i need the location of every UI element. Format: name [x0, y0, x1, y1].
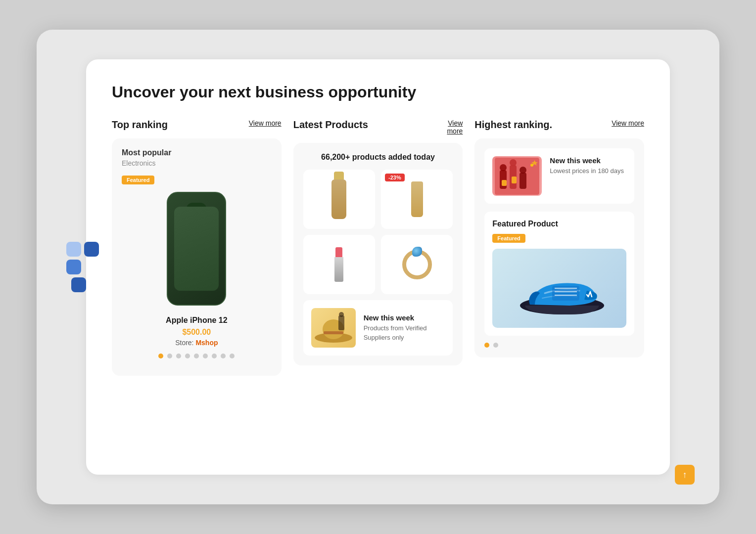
- hr-new-week-item[interactable]: New this week Lowest prices in 180 days: [484, 148, 634, 204]
- svg-point-9: [510, 159, 517, 166]
- ring-gem: [412, 247, 422, 257]
- iphone-image: [167, 192, 226, 306]
- highest-ranking-view-more[interactable]: View more: [612, 119, 644, 127]
- products-count: 66,200+ products added today: [303, 153, 453, 162]
- product-name: Apple iPhone 12: [122, 316, 272, 325]
- latest-products-card: 66,200+ products added today -23%: [293, 143, 463, 365]
- product-price: $500.00: [122, 328, 272, 337]
- hr-new-week-text: New this week Lowest prices in 180 days: [550, 156, 624, 176]
- outer-frame: Uncover your next business opportunity T…: [37, 30, 719, 504]
- bottle-shape-1: [331, 179, 346, 219]
- featured-product-image: [492, 249, 626, 328]
- hr-new-week-desc: Lowest prices in 180 days: [550, 167, 624, 176]
- scroll-up-button[interactable]: ↑: [675, 465, 695, 485]
- top-ranking-section: Top ranking View more Most popular Elect…: [112, 119, 282, 376]
- featured-product-title: Featured Product: [492, 220, 626, 228]
- main-card: Uncover your next business opportunity T…: [86, 59, 670, 475]
- product-cell-ring[interactable]: [381, 235, 453, 294]
- ring-shape: [402, 250, 432, 279]
- store-label: Store:: [175, 339, 193, 347]
- logo-square-3: [66, 260, 81, 274]
- top-ranking-title: Top ranking: [112, 119, 168, 131]
- product-store: Store: Mshop: [122, 339, 272, 347]
- highest-ranking-title: Highest ranking.: [474, 119, 552, 131]
- highest-ranking-section: Highest ranking. View more: [474, 119, 644, 376]
- dot-8[interactable]: [221, 354, 226, 358]
- dot-7[interactable]: [212, 354, 217, 358]
- page-title: Uncover your next business opportunity: [112, 83, 644, 101]
- featured-product-badge: Featured: [492, 234, 525, 243]
- featured-product-card[interactable]: Featured Product Featured: [484, 212, 634, 336]
- svg-rect-12: [502, 180, 507, 186]
- latest-products-view-more[interactable]: View more: [447, 119, 463, 135]
- lipstick-tip: [335, 247, 342, 257]
- shopping-svg: [495, 158, 539, 195]
- logo-square-1: [66, 242, 81, 257]
- dot-5[interactable]: [194, 354, 199, 358]
- lipstick-shape: [334, 247, 343, 282]
- hr-new-week-title: New this week: [550, 156, 624, 165]
- new-week-desc: Products from Verified Suppliers only: [364, 324, 445, 342]
- new-this-week-card[interactable]: New this week Products from Verified Sup…: [303, 300, 453, 356]
- dot-9[interactable]: [230, 354, 235, 358]
- category-label: Electronics: [122, 159, 272, 167]
- latest-products-section: Latest Products View more 66,200+ produc…: [293, 119, 463, 376]
- product-grid: -23%: [303, 170, 453, 294]
- latest-products-title: Latest Products: [293, 119, 368, 131]
- product-cell-bottle1[interactable]: [303, 170, 375, 229]
- dot-2[interactable]: [167, 354, 172, 358]
- svg-rect-3: [338, 315, 344, 330]
- lipstick-body: [334, 257, 343, 282]
- highest-ranking-header: Highest ranking. View more: [474, 119, 644, 131]
- iphone-screen: [174, 207, 219, 291]
- top-ranking-header: Top ranking View more: [112, 119, 282, 131]
- hr-new-week-image: [492, 156, 542, 196]
- hr-dot-2[interactable]: [493, 343, 498, 348]
- svg-rect-13: [512, 177, 517, 183]
- new-week-image: [311, 308, 356, 348]
- logo-square-2: [84, 242, 99, 257]
- scroll-up-icon: ↑: [683, 470, 687, 480]
- new-week-text: New this week Products from Verified Sup…: [364, 313, 445, 342]
- dot-6[interactable]: [203, 354, 208, 358]
- bottle-shape-2: [411, 181, 423, 217]
- logo-block: [66, 242, 102, 292]
- hr-pagination-dots: [484, 343, 634, 348]
- svg-point-7: [500, 164, 507, 171]
- discount-badge: -23%: [385, 174, 405, 181]
- bottle-cap-1: [334, 172, 344, 179]
- product-cell-bottle2[interactable]: -23%: [381, 170, 453, 229]
- product-cell-lipstick[interactable]: [303, 235, 375, 294]
- svg-rect-10: [520, 173, 526, 189]
- dot-3[interactable]: [176, 354, 181, 358]
- svg-rect-2: [324, 331, 343, 334]
- top-ranking-featured-badge: Featured: [122, 176, 154, 184]
- product-dots: [122, 354, 272, 358]
- new-week-title: New this week: [364, 313, 445, 322]
- svg-point-11: [520, 167, 526, 174]
- dot-4[interactable]: [185, 354, 190, 358]
- beach-hat-svg: [314, 311, 353, 345]
- product-image-container: [122, 189, 272, 308]
- hr-dot-1[interactable]: [484, 343, 489, 348]
- dot-1[interactable]: [158, 354, 163, 358]
- svg-rect-6: [500, 170, 507, 189]
- svg-point-4: [339, 312, 344, 317]
- latest-products-header: Latest Products View more: [293, 119, 463, 135]
- highest-ranking-card: New this week Lowest prices in 180 days …: [474, 138, 644, 357]
- most-popular-label: Most popular: [122, 148, 272, 157]
- store-name: Mshop: [195, 339, 218, 347]
- logo-square-4: [71, 277, 86, 292]
- top-ranking-card: Most popular Electronics Featured Apple …: [112, 138, 282, 376]
- sneaker-svg: [510, 256, 609, 320]
- top-ranking-view-more[interactable]: View more: [249, 119, 282, 127]
- sections-row: Top ranking View more Most popular Elect…: [112, 119, 644, 376]
